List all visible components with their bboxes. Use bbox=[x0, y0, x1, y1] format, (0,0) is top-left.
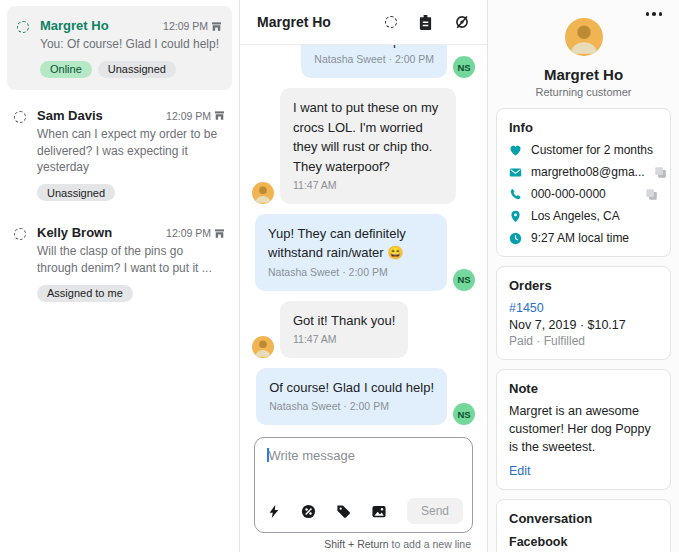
person-icon bbox=[252, 336, 274, 358]
storefront-icon bbox=[214, 110, 225, 121]
send-button[interactable]: Send bbox=[407, 498, 463, 524]
assignment-badge: Unassigned bbox=[37, 184, 115, 201]
discount-button[interactable] bbox=[301, 504, 316, 519]
status-dashed-circle-icon bbox=[17, 21, 29, 33]
composer-area: Write message Send bbox=[240, 433, 487, 552]
chat-title: Margret Ho bbox=[257, 14, 364, 30]
inbox-app: Margret Ho 12:09 PM You: Of course! Glad… bbox=[0, 0, 679, 552]
conversation-name: Margret Ho bbox=[40, 18, 163, 33]
info-row-email: margretho08@gma... bbox=[509, 165, 658, 179]
message-bubble: How can I help? Natasha Sweet · 2:00 PM bbox=[301, 45, 447, 78]
copy-icon bbox=[645, 188, 658, 201]
orders-title: Orders bbox=[509, 278, 658, 293]
conversation-name: Sam Davis bbox=[37, 108, 166, 123]
message-meta: Natasha Sweet · 2:00 PM bbox=[269, 399, 434, 415]
message-text: I want to put these on my crocs LOL. I'm… bbox=[293, 98, 443, 176]
customer-header: Margret Ho Returning customer bbox=[496, 6, 671, 108]
status-dashed-circle-icon bbox=[385, 16, 397, 28]
message-text: Yup! They can definitely withstand rain/… bbox=[268, 224, 434, 263]
conversation-time: 12:09 PM bbox=[166, 110, 225, 122]
message-list: How can I help? Natasha Sweet · 2:00 PM … bbox=[240, 45, 487, 433]
message-agent: Of course! Glad I could help! Natasha Sw… bbox=[252, 368, 475, 425]
message-meta: Natasha Sweet · 2:00 PM bbox=[314, 52, 434, 68]
agent-avatar: NS bbox=[453, 403, 475, 425]
message-bubble: I want to put these on my crocs LOL. I'm… bbox=[280, 88, 456, 204]
composer-toolbar: Send bbox=[255, 490, 472, 532]
message-customer: Got it! Thank you! 11:47 AM bbox=[252, 301, 475, 358]
note-text: Margret is an awesome customer! Her dog … bbox=[509, 402, 658, 456]
conversation-card: Conversation Facebook Created October 19… bbox=[496, 499, 671, 552]
conversation-preview: You: Of course! Glad I could help! bbox=[40, 36, 222, 53]
customer-avatar bbox=[252, 336, 274, 358]
message-bubble: Yup! They can definitely withstand rain/… bbox=[255, 214, 447, 291]
order-details: Nov 7, 2019 · $10.17 bbox=[509, 318, 658, 332]
composer-hint: Shift + Return to add a new line bbox=[254, 533, 473, 550]
clipboard-icon bbox=[418, 15, 433, 30]
lightning-icon bbox=[267, 504, 281, 519]
orders-card: Orders #1450 Nov 7, 2019 · $10.17 Paid ·… bbox=[496, 266, 671, 360]
info-email: margretho08@gma... bbox=[531, 165, 645, 179]
storefront-icon bbox=[214, 228, 225, 239]
message-meta: 11:47 AM bbox=[293, 332, 395, 348]
quick-replies-button[interactable] bbox=[267, 504, 281, 519]
discount-icon bbox=[301, 504, 316, 519]
heart-icon bbox=[509, 144, 522, 157]
customer-panel: Margret Ho Returning customer Info Custo… bbox=[488, 0, 679, 552]
order-status: Paid · Fulfilled bbox=[509, 334, 658, 348]
message-input-placeholder: Write message bbox=[269, 448, 355, 463]
conversation-preview: When can I expect my order to be deliver… bbox=[37, 126, 225, 176]
conversation-item-body: Kelly Brown 12:09 PM Will the clasp of t… bbox=[37, 225, 225, 302]
note-title: Note bbox=[509, 381, 658, 396]
copy-email-button[interactable] bbox=[654, 166, 667, 179]
eye-slash-icon bbox=[454, 14, 470, 30]
conversation-item-sam-davis[interactable]: Sam Davis 12:09 PM When can I expect my … bbox=[0, 96, 239, 213]
message-agent: Yup! They can definitely withstand rain/… bbox=[252, 214, 475, 291]
location-pin-icon bbox=[509, 210, 522, 223]
conversation-item-kelly-brown[interactable]: Kelly Brown 12:09 PM Will the clasp of t… bbox=[0, 213, 239, 314]
message-text: How can I help? bbox=[314, 45, 434, 50]
edit-note-link[interactable]: Edit bbox=[509, 464, 658, 478]
agent-avatar: NS bbox=[453, 269, 475, 291]
message-input[interactable]: Write message bbox=[255, 438, 472, 490]
image-icon bbox=[371, 504, 387, 519]
info-row-local-time: 9:27 AM local time bbox=[509, 231, 658, 245]
note-card: Note Margret is an awesome customer! Her… bbox=[496, 369, 671, 490]
product-tag-button[interactable] bbox=[336, 504, 351, 519]
conversation-item-margret-ho[interactable]: Margret Ho 12:09 PM You: Of course! Glad… bbox=[7, 6, 232, 90]
assignment-badge: Assigned to me bbox=[37, 285, 133, 302]
customer-subtitle: Returning customer bbox=[496, 86, 671, 98]
assignment-badge: Unassigned bbox=[98, 61, 176, 78]
overflow-menu-button[interactable] bbox=[642, 8, 667, 20]
conversation-item-body: Margret Ho 12:09 PM You: Of course! Glad… bbox=[40, 18, 222, 78]
info-local-time: 9:27 AM local time bbox=[531, 231, 629, 245]
attach-image-button[interactable] bbox=[371, 504, 387, 519]
message-text: Of course! Glad I could help! bbox=[269, 378, 434, 398]
tag-icon bbox=[336, 504, 351, 519]
copy-icon bbox=[654, 166, 667, 179]
status-dashed-circle-icon bbox=[14, 228, 26, 240]
message-agent: How can I help? Natasha Sweet · 2:00 PM … bbox=[252, 45, 475, 78]
order-number-link[interactable]: #1450 bbox=[509, 301, 658, 315]
storefront-icon bbox=[211, 21, 222, 32]
hide-details-button[interactable] bbox=[454, 14, 470, 30]
conversation-preview: Will the clasp of the pins go through de… bbox=[37, 243, 225, 277]
chat-header: Margret Ho bbox=[240, 0, 487, 45]
assign-clipboard-button[interactable] bbox=[418, 15, 433, 30]
customer-avatar bbox=[565, 18, 603, 56]
online-badge: Online bbox=[40, 61, 92, 78]
conversation-channel: Facebook bbox=[509, 535, 658, 549]
info-title: Info bbox=[509, 120, 658, 135]
email-icon bbox=[509, 166, 522, 179]
info-row-location: Los Angeles, CA bbox=[509, 209, 658, 223]
message-meta: 11:47 AM bbox=[293, 178, 443, 194]
copy-phone-button[interactable] bbox=[645, 188, 658, 201]
info-row-phone: 000-000-0000 bbox=[509, 187, 658, 201]
conversation-list: Margret Ho 12:09 PM You: Of course! Glad… bbox=[0, 0, 240, 552]
message-bubble: Of course! Glad I could help! Natasha Sw… bbox=[256, 368, 447, 425]
message-text: Got it! Thank you! bbox=[293, 311, 395, 331]
person-icon bbox=[252, 182, 274, 204]
clock-icon bbox=[509, 232, 522, 245]
conversation-status-button[interactable] bbox=[385, 16, 397, 28]
info-phone: 000-000-0000 bbox=[531, 187, 606, 201]
phone-icon bbox=[509, 188, 522, 201]
